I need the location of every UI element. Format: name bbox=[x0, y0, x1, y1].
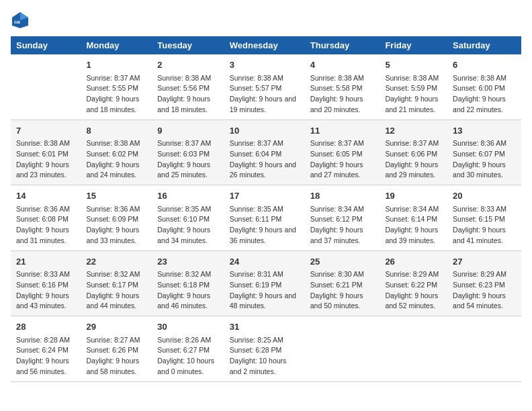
daylight-text: Daylight: 9 hours and 54 minutes. bbox=[453, 291, 516, 312]
calendar-cell: 5Sunrise: 8:38 AMSunset: 5:59 PMDaylight… bbox=[380, 54, 447, 120]
calendar-cell: 3Sunrise: 8:38 AMSunset: 5:57 PMDaylight… bbox=[224, 54, 305, 120]
sunrise-text: Sunrise: 8:30 AM bbox=[310, 269, 375, 280]
calendar-cell bbox=[11, 54, 81, 120]
sunrise-text: Sunrise: 8:27 AM bbox=[86, 335, 146, 346]
calendar-cell: 19Sunrise: 8:34 AMSunset: 6:14 PMDayligh… bbox=[380, 185, 447, 251]
sunrise-text: Sunrise: 8:37 AM bbox=[157, 138, 218, 149]
sunset-text: Sunset: 5:57 PM bbox=[230, 83, 300, 94]
daylight-text: Daylight: 9 hours and 29 minutes. bbox=[385, 160, 442, 181]
day-number: 10 bbox=[230, 124, 300, 138]
daylight-text: Daylight: 9 hours and 30 minutes. bbox=[453, 160, 516, 181]
calendar-cell: 18Sunrise: 8:34 AMSunset: 6:12 PMDayligh… bbox=[305, 185, 380, 251]
day-number: 17 bbox=[230, 189, 300, 203]
sunset-text: Sunset: 6:12 PM bbox=[310, 214, 375, 225]
daylight-text: Daylight: 9 hours and 37 minutes. bbox=[310, 225, 375, 246]
sunset-text: Sunset: 6:06 PM bbox=[385, 149, 442, 160]
day-number: 4 bbox=[310, 58, 375, 72]
sunset-text: Sunset: 6:22 PM bbox=[385, 280, 442, 291]
svg-text:GB: GB bbox=[14, 20, 21, 24]
sunset-text: Sunset: 6:28 PM bbox=[230, 345, 300, 356]
sunrise-text: Sunrise: 8:38 AM bbox=[385, 73, 442, 84]
daylight-text: Daylight: 9 hours and 44 minutes. bbox=[86, 291, 146, 312]
header-thursday: Thursday bbox=[305, 36, 380, 54]
daylight-text: Daylight: 9 hours and 31 minutes. bbox=[16, 225, 75, 246]
calendar-cell: 17Sunrise: 8:35 AMSunset: 6:11 PMDayligh… bbox=[224, 185, 305, 251]
sunset-text: Sunset: 6:03 PM bbox=[157, 149, 218, 160]
calendar-cell: 26Sunrise: 8:29 AMSunset: 6:22 PMDayligh… bbox=[380, 250, 447, 316]
daylight-text: Daylight: 9 hours and 36 minutes. bbox=[230, 225, 300, 246]
day-number: 27 bbox=[453, 255, 516, 269]
sunset-text: Sunset: 6:02 PM bbox=[86, 149, 146, 160]
sunset-text: Sunset: 6:01 PM bbox=[16, 149, 75, 160]
sunset-text: Sunset: 6:00 PM bbox=[453, 83, 516, 94]
header-sunday: Sunday bbox=[11, 36, 81, 54]
sunset-text: Sunset: 6:19 PM bbox=[230, 280, 300, 291]
sunrise-text: Sunrise: 8:26 AM bbox=[157, 335, 218, 346]
sunset-text: Sunset: 6:24 PM bbox=[16, 345, 75, 356]
sunset-text: Sunset: 6:09 PM bbox=[86, 214, 146, 225]
calendar-cell: 7Sunrise: 8:38 AMSunset: 6:01 PMDaylight… bbox=[11, 120, 81, 185]
daylight-text: Daylight: 9 hours and 26 minutes. bbox=[230, 160, 300, 181]
day-number: 22 bbox=[86, 255, 146, 269]
day-number: 25 bbox=[310, 255, 375, 269]
logo: GB bbox=[11, 11, 32, 30]
daylight-text: Daylight: 9 hours and 24 minutes. bbox=[86, 160, 146, 181]
day-number: 5 bbox=[385, 58, 442, 72]
header-monday: Monday bbox=[81, 36, 152, 54]
day-number: 15 bbox=[86, 189, 146, 203]
daylight-text: Daylight: 9 hours and 23 minutes. bbox=[16, 160, 75, 181]
sunrise-text: Sunrise: 8:38 AM bbox=[16, 138, 75, 149]
sunrise-text: Sunrise: 8:36 AM bbox=[453, 138, 516, 149]
sunrise-text: Sunrise: 8:29 AM bbox=[453, 269, 516, 280]
calendar-week-row: 7Sunrise: 8:38 AMSunset: 6:01 PMDaylight… bbox=[11, 120, 521, 185]
day-number: 8 bbox=[86, 124, 146, 138]
header-wednesday: Wednesday bbox=[224, 36, 305, 54]
calendar-cell: 13Sunrise: 8:36 AMSunset: 6:07 PMDayligh… bbox=[447, 120, 521, 185]
day-number: 6 bbox=[453, 58, 516, 72]
calendar-cell: 31Sunrise: 8:25 AMSunset: 6:28 PMDayligh… bbox=[224, 316, 305, 382]
daylight-text: Daylight: 9 hours and 39 minutes. bbox=[385, 225, 442, 246]
daylight-text: Daylight: 9 hours and 22 minutes. bbox=[453, 94, 516, 116]
daylight-text: Daylight: 10 hours and 0 minutes. bbox=[157, 356, 218, 377]
calendar-header-row: SundayMondayTuesdayWednesdayThursdayFrid… bbox=[11, 36, 521, 54]
day-number: 7 bbox=[16, 124, 75, 138]
daylight-text: Daylight: 9 hours and 21 minutes. bbox=[385, 94, 442, 116]
day-number: 14 bbox=[16, 189, 75, 203]
daylight-text: Daylight: 9 hours and 20 minutes. bbox=[310, 94, 375, 116]
sunrise-text: Sunrise: 8:34 AM bbox=[385, 204, 442, 215]
header-tuesday: Tuesday bbox=[152, 36, 224, 54]
sunrise-text: Sunrise: 8:35 AM bbox=[157, 204, 218, 215]
day-number: 19 bbox=[385, 189, 442, 203]
sunrise-text: Sunrise: 8:29 AM bbox=[385, 269, 442, 280]
day-number: 31 bbox=[230, 320, 300, 334]
sunset-text: Sunset: 6:11 PM bbox=[230, 214, 300, 225]
calendar-cell: 11Sunrise: 8:37 AMSunset: 6:05 PMDayligh… bbox=[305, 120, 380, 185]
sunset-text: Sunset: 5:59 PM bbox=[385, 83, 442, 94]
calendar-cell: 1Sunrise: 8:37 AMSunset: 5:55 PMDaylight… bbox=[81, 54, 152, 120]
day-number: 28 bbox=[16, 320, 75, 334]
calendar-cell: 28Sunrise: 8:28 AMSunset: 6:24 PMDayligh… bbox=[11, 316, 81, 382]
sunset-text: Sunset: 6:07 PM bbox=[453, 149, 516, 160]
calendar-cell: 6Sunrise: 8:38 AMSunset: 6:00 PMDaylight… bbox=[447, 54, 521, 120]
day-number: 12 bbox=[385, 124, 442, 138]
sunrise-text: Sunrise: 8:38 AM bbox=[157, 73, 218, 84]
daylight-text: Daylight: 9 hours and 41 minutes. bbox=[453, 225, 516, 246]
calendar-week-row: 21Sunrise: 8:33 AMSunset: 6:16 PMDayligh… bbox=[11, 250, 521, 316]
day-number: 11 bbox=[310, 124, 375, 138]
sunrise-text: Sunrise: 8:37 AM bbox=[86, 73, 146, 84]
day-number: 23 bbox=[157, 255, 218, 269]
daylight-text: Daylight: 9 hours and 52 minutes. bbox=[385, 291, 442, 312]
day-number: 29 bbox=[86, 320, 146, 334]
sunrise-text: Sunrise: 8:38 AM bbox=[310, 73, 375, 84]
calendar-cell: 25Sunrise: 8:30 AMSunset: 6:21 PMDayligh… bbox=[305, 250, 380, 316]
calendar-cell: 24Sunrise: 8:31 AMSunset: 6:19 PMDayligh… bbox=[224, 250, 305, 316]
calendar-cell bbox=[380, 316, 447, 382]
sunset-text: Sunset: 6:18 PM bbox=[157, 280, 218, 291]
daylight-text: Daylight: 9 hours and 58 minutes. bbox=[86, 356, 146, 377]
sunrise-text: Sunrise: 8:25 AM bbox=[230, 335, 300, 346]
calendar-table: SundayMondayTuesdayWednesdayThursdayFrid… bbox=[11, 36, 521, 382]
sunrise-text: Sunrise: 8:32 AM bbox=[157, 269, 218, 280]
calendar-cell: 20Sunrise: 8:33 AMSunset: 6:15 PMDayligh… bbox=[447, 185, 521, 251]
daylight-text: Daylight: 9 hours and 27 minutes. bbox=[310, 160, 375, 181]
day-number: 21 bbox=[16, 255, 75, 269]
